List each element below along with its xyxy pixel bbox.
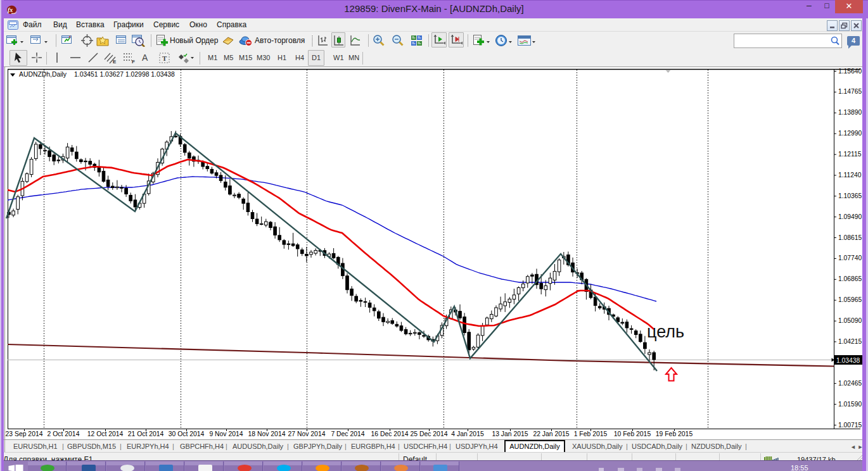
svg-text:1 Feb 2015: 1 Feb 2015	[574, 430, 608, 437]
svg-text:1.04215: 1.04215	[838, 338, 862, 345]
svg-text:1.10365: 1.10365	[838, 192, 862, 199]
svg-text:F: F	[132, 59, 135, 64]
svg-text:T: T	[162, 54, 167, 62]
svg-text:22 Jan 2015: 22 Jan 2015	[533, 430, 569, 437]
svg-text:1.14765: 1.14765	[838, 88, 862, 95]
svg-text:7 Dec 2014: 7 Dec 2014	[331, 430, 364, 437]
svg-text:12 Oct 2014: 12 Oct 2014	[87, 430, 124, 437]
svg-text:1.08615: 1.08615	[838, 234, 862, 241]
svg-text:23 Sep 2014: 23 Sep 2014	[6, 430, 43, 437]
svg-text:1.09490: 1.09490	[838, 213, 862, 220]
svg-text:1.12990: 1.12990	[838, 130, 862, 137]
svg-text:27 Nov 2014: 27 Nov 2014	[288, 430, 326, 437]
svg-text:13 Jan 2015: 13 Jan 2015	[492, 430, 528, 437]
svg-text:16 Dec 2014: 16 Dec 2014	[371, 430, 409, 437]
svg-text:1.15640: 1.15640	[838, 68, 862, 75]
svg-text:30 Oct 2014: 30 Oct 2014	[169, 430, 205, 437]
svg-text:1.02465: 1.02465	[838, 380, 862, 387]
svg-text:1.06865: 1.06865	[838, 275, 862, 282]
svg-text:1.00715: 1.00715	[838, 422, 862, 429]
svg-text:1.07740: 1.07740	[838, 254, 862, 261]
svg-text:1.05090: 1.05090	[838, 317, 862, 324]
svg-text:1.03438: 1.03438	[836, 357, 860, 364]
svg-text:1.03451 1.03627 1.02998 1.0343: 1.03451 1.03627 1.02998 1.03438	[74, 71, 175, 78]
svg-text:AUDNZDh,Daily: AUDNZDh,Daily	[19, 71, 67, 78]
svg-text:fx: fx	[8, 6, 13, 13]
svg-text:цель: цель	[647, 322, 684, 341]
svg-text:4 Jan 2015: 4 Jan 2015	[451, 430, 484, 437]
svg-text:1.11240: 1.11240	[838, 172, 862, 179]
svg-text:9 Nov 2014: 9 Nov 2014	[209, 430, 243, 437]
svg-text:10 Feb 2015: 10 Feb 2015	[614, 430, 651, 437]
svg-text:25 Dec 2014: 25 Dec 2014	[411, 430, 448, 437]
svg-text:18 Nov 2014: 18 Nov 2014	[248, 430, 286, 437]
svg-text:1.05965: 1.05965	[838, 296, 862, 303]
svg-text:1.12115: 1.12115	[838, 151, 862, 158]
svg-text:19 Feb 2015: 19 Feb 2015	[656, 430, 693, 437]
svg-text:2 Oct 2014: 2 Oct 2014	[48, 430, 80, 437]
svg-text:1.01590: 1.01590	[838, 401, 862, 408]
svg-text:21 Oct 2014: 21 Oct 2014	[128, 430, 164, 437]
svg-text:1.13890: 1.13890	[838, 109, 862, 116]
svg-text:E: E	[113, 59, 117, 64]
